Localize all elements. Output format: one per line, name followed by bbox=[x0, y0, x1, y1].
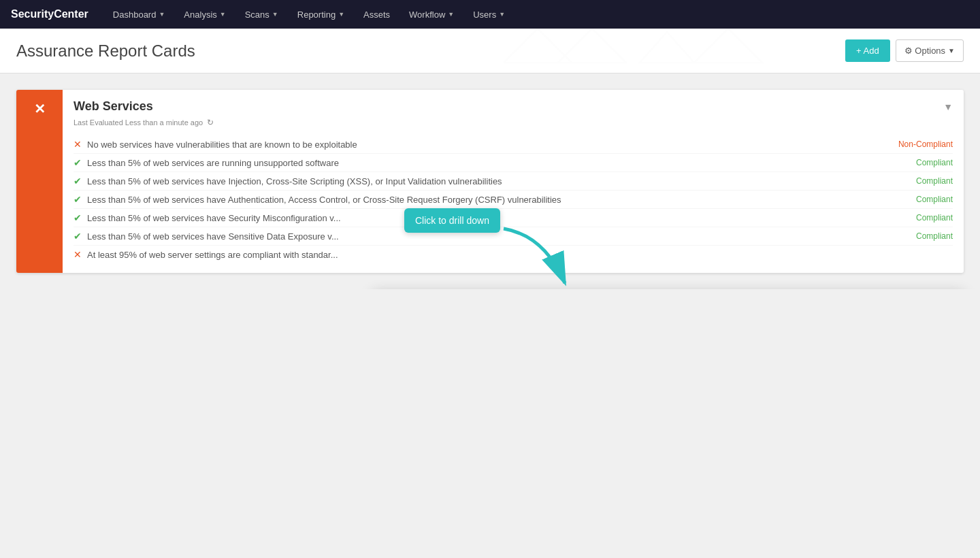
nav-analysis[interactable]: Analysis ▼ bbox=[176, 5, 233, 24]
tooltip-bubble: Click to drill down bbox=[404, 208, 500, 233]
nav-workflow[interactable]: Workflow ▼ bbox=[401, 5, 462, 24]
policy-status: Compliant bbox=[916, 231, 953, 241]
policy-text: Less than 5% of web services have Authen… bbox=[87, 195, 908, 205]
add-button[interactable]: + Add bbox=[845, 39, 890, 62]
policy-status: Compliant bbox=[916, 158, 953, 167]
options-button[interactable]: ⚙ Options ▼ bbox=[896, 39, 964, 62]
policy-text: Less than 5% of web services are running… bbox=[87, 158, 908, 168]
nav-dashboard[interactable]: Dashboard ▼ bbox=[105, 5, 174, 24]
fail-icon: ✕ bbox=[74, 139, 87, 150]
policy-row[interactable]: ✕No web services have vulnerabilities th… bbox=[74, 135, 953, 154]
header-decoration bbox=[504, 29, 776, 69]
page-title: Assurance Report Cards bbox=[16, 42, 195, 61]
card-header: Web Services ▼ bbox=[74, 99, 953, 114]
svg-marker-3 bbox=[694, 29, 762, 63]
header-actions: + Add ⚙ Options ▼ bbox=[845, 39, 964, 62]
svg-marker-0 bbox=[504, 29, 572, 63]
policy-row[interactable]: ✔Less than 5% of web services have Injec… bbox=[74, 172, 953, 191]
policy-row[interactable]: ✔Less than 5% of web services are runnin… bbox=[74, 154, 953, 172]
policy-status: Compliant bbox=[916, 176, 953, 186]
policy-row[interactable]: ✔Less than 5% of web services have Authe… bbox=[74, 191, 953, 209]
pass-icon: ✔ bbox=[74, 176, 87, 186]
policy-status: Compliant bbox=[916, 195, 953, 204]
svg-marker-1 bbox=[558, 29, 626, 63]
nav-users[interactable]: Users ▼ bbox=[465, 5, 513, 24]
pass-icon: ✔ bbox=[74, 194, 87, 205]
nav-assets[interactable]: Assets bbox=[355, 5, 398, 24]
card-title: Web Services bbox=[74, 99, 153, 114]
pass-icon: ✔ bbox=[74, 212, 87, 223]
policy-status: Non-Compliant bbox=[898, 140, 953, 149]
nav-reporting[interactable]: Reporting ▼ bbox=[289, 5, 353, 24]
brand-logo[interactable]: SecurityCenter bbox=[11, 8, 88, 20]
policy-text: Less than 5% of web services have Inject… bbox=[87, 176, 908, 186]
policy-text: No web services have vulnerabilities tha… bbox=[87, 140, 890, 150]
page-header: Assurance Report Cards + Add ⚙ Options ▼ bbox=[0, 29, 980, 73]
svg-marker-2 bbox=[640, 32, 694, 63]
main-content: ✕ Web Services ▼ Last Evaluated Less tha… bbox=[0, 73, 980, 289]
policy-status: Compliant bbox=[916, 213, 953, 223]
top-navigation: SecurityCenter Dashboard ▼ Analysis ▼ Sc… bbox=[0, 0, 980, 29]
nav-menu: Dashboard ▼ Analysis ▼ Scans ▼ Reporting… bbox=[105, 5, 513, 24]
refresh-icon[interactable]: ↻ bbox=[207, 118, 214, 127]
nav-scans[interactable]: Scans ▼ bbox=[237, 5, 287, 24]
close-icon[interactable]: ✕ bbox=[34, 101, 46, 117]
pass-icon: ✔ bbox=[74, 157, 87, 168]
chevron-down-icon[interactable]: ▼ bbox=[943, 101, 953, 112]
pass-icon: ✔ bbox=[74, 231, 87, 242]
fail-icon: ✕ bbox=[74, 249, 87, 260]
tooltip-arrow bbox=[490, 222, 599, 289]
card-subtitle: Last Evaluated Less than a minute ago ↻ bbox=[74, 118, 953, 127]
card-left-bar: ✕ bbox=[16, 90, 63, 273]
